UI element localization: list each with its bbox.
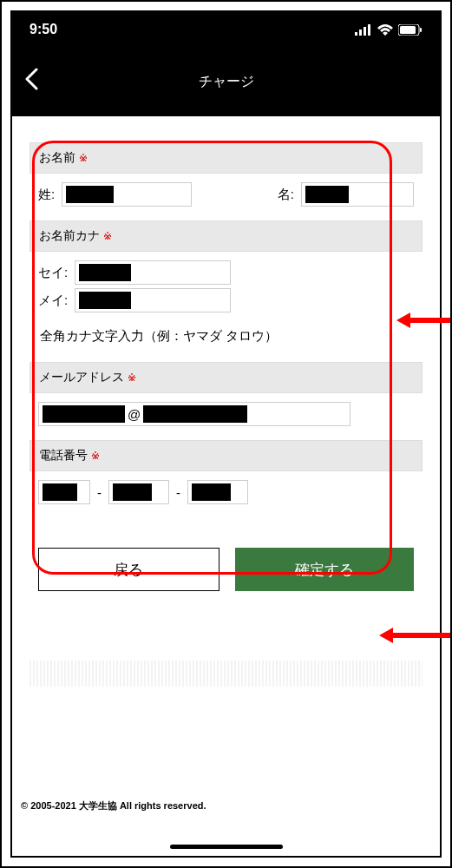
first-name-input[interactable] bbox=[301, 182, 414, 207]
sei-input[interactable] bbox=[75, 260, 231, 285]
required-mark: ※ bbox=[103, 230, 112, 242]
required-mark: ※ bbox=[91, 450, 100, 462]
section-email-label: メールアドレス bbox=[39, 370, 124, 384]
section-name-label: お名前 bbox=[39, 150, 75, 164]
phone-input-3[interactable] bbox=[187, 480, 248, 504]
button-row: 戻る 確定する bbox=[12, 522, 440, 608]
section-phone-label: 電話番号 bbox=[39, 448, 88, 462]
home-indicator bbox=[170, 845, 283, 849]
battery-icon bbox=[398, 24, 423, 36]
last-name-label: 姓: bbox=[38, 187, 55, 203]
decorative-pattern bbox=[29, 661, 423, 687]
section-kana: お名前カナ※ bbox=[29, 220, 423, 252]
page-title: チャージ bbox=[12, 73, 440, 91]
back-icon[interactable] bbox=[24, 68, 38, 96]
row-mei: メイ: bbox=[29, 286, 423, 321]
status-time: 9:50 bbox=[29, 22, 57, 37]
row-email: @ bbox=[29, 393, 423, 435]
kana-hint: 全角カナ文字入力（例：ヤマダ タロウ） bbox=[29, 321, 423, 357]
back-button[interactable]: 戻る bbox=[38, 548, 219, 591]
signal-icon bbox=[355, 24, 372, 36]
footer-copyright: © 2005-2021 大学生協 All rights reserved. bbox=[21, 799, 206, 812]
section-email: メールアドレス※ bbox=[29, 362, 423, 393]
mei-input[interactable] bbox=[75, 288, 231, 312]
nav-bar: チャージ bbox=[12, 47, 440, 116]
row-phone: - - bbox=[29, 471, 423, 513]
section-kana-label: お名前カナ bbox=[39, 228, 100, 242]
required-mark: ※ bbox=[128, 372, 136, 384]
last-name-input[interactable] bbox=[62, 182, 192, 207]
row-name: 姓: 名: bbox=[29, 174, 423, 215]
required-mark: ※ bbox=[79, 152, 88, 164]
svg-rect-0 bbox=[355, 32, 357, 36]
svg-rect-2 bbox=[364, 27, 366, 36]
email-at: @ bbox=[125, 407, 143, 422]
status-bar: 9:50 bbox=[12, 12, 440, 47]
svg-rect-5 bbox=[400, 26, 416, 34]
section-name: お名前※ bbox=[29, 142, 423, 174]
wifi-icon bbox=[377, 24, 393, 36]
phone-input-1[interactable] bbox=[38, 480, 90, 504]
mei-label: メイ: bbox=[38, 293, 68, 309]
first-name-label: 名: bbox=[278, 187, 294, 203]
svg-rect-3 bbox=[368, 24, 370, 36]
email-input[interactable]: @ bbox=[38, 402, 350, 426]
row-sei: セイ: bbox=[29, 252, 423, 286]
svg-rect-1 bbox=[359, 30, 362, 36]
status-icons bbox=[355, 24, 423, 36]
svg-rect-6 bbox=[420, 28, 422, 32]
phone-input-2[interactable] bbox=[108, 480, 169, 504]
section-phone: 電話番号※ bbox=[29, 440, 423, 471]
sei-label: セイ: bbox=[38, 265, 68, 281]
confirm-button[interactable]: 確定する bbox=[235, 548, 415, 591]
phone-sep: - bbox=[176, 485, 180, 500]
phone-sep: - bbox=[97, 485, 102, 500]
